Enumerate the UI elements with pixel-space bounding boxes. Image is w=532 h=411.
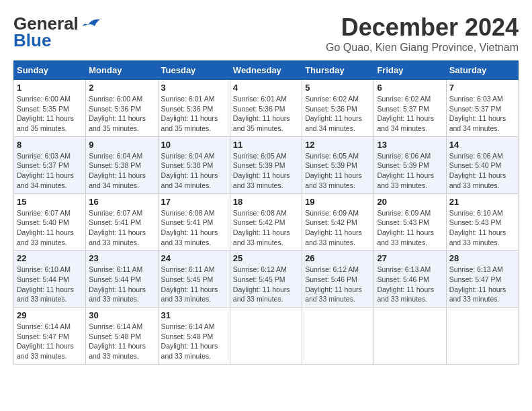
calendar-header-row: Sunday Monday Tuesday Wednesday Thursday… xyxy=(14,61,519,80)
day-info: Sunrise: 6:12 AMSunset: 5:46 PMDaylight:… xyxy=(305,265,371,304)
day-number: 1 xyxy=(17,83,83,93)
day-info: Sunrise: 6:09 AMSunset: 5:43 PMDaylight:… xyxy=(377,208,443,248)
day-info: Sunrise: 6:03 AMSunset: 5:37 PMDaylight:… xyxy=(449,94,515,134)
calendar-week-row: 29 Sunrise: 6:14 AMSunset: 5:47 PMDaylig… xyxy=(14,308,519,365)
day-info: Sunrise: 6:04 AMSunset: 5:38 PMDaylight:… xyxy=(161,151,227,191)
day-number: 11 xyxy=(233,140,299,150)
day-number: 5 xyxy=(305,83,371,93)
day-number: 12 xyxy=(305,140,371,150)
calendar-day-cell: 14 Sunrise: 6:06 AMSunset: 5:40 PMDaylig… xyxy=(446,136,518,193)
calendar-title: December 2024 xyxy=(326,13,519,42)
calendar-day-cell: 24 Sunrise: 6:11 AMSunset: 5:45 PMDaylig… xyxy=(158,250,230,308)
day-info: Sunrise: 6:11 AMSunset: 5:44 PMDaylight:… xyxy=(89,265,154,304)
empty-cell xyxy=(446,308,518,365)
day-info: Sunrise: 6:02 AMSunset: 5:36 PMDaylight:… xyxy=(305,94,371,134)
calendar-day-cell: 1 Sunrise: 6:00 AMSunset: 5:35 PMDayligh… xyxy=(14,80,86,137)
day-number: 13 xyxy=(377,140,443,150)
day-info: Sunrise: 6:05 AMSunset: 5:39 PMDaylight:… xyxy=(233,151,299,191)
calendar-day-cell: 3 Sunrise: 6:01 AMSunset: 5:36 PMDayligh… xyxy=(158,80,230,137)
day-info: Sunrise: 6:05 AMSunset: 5:39 PMDaylight:… xyxy=(305,151,371,191)
day-number: 28 xyxy=(449,253,515,263)
day-number: 4 xyxy=(233,83,299,93)
day-info: Sunrise: 6:08 AMSunset: 5:42 PMDaylight:… xyxy=(233,208,299,248)
day-number: 27 xyxy=(377,253,443,263)
day-number: 14 xyxy=(449,140,515,150)
logo: General Blue xyxy=(13,13,103,51)
day-info: Sunrise: 6:09 AMSunset: 5:42 PMDaylight:… xyxy=(305,208,371,248)
day-number: 7 xyxy=(449,83,515,93)
day-info: Sunrise: 6:03 AMSunset: 5:37 PMDaylight:… xyxy=(17,151,83,191)
calendar-day-cell: 27 Sunrise: 6:13 AMSunset: 5:46 PMDaylig… xyxy=(374,250,446,308)
day-info: Sunrise: 6:06 AMSunset: 5:39 PMDaylight:… xyxy=(377,151,443,191)
day-number: 10 xyxy=(161,140,227,150)
calendar-week-row: 22 Sunrise: 6:10 AMSunset: 5:44 PMDaylig… xyxy=(14,250,519,308)
calendar-week-row: 8 Sunrise: 6:03 AMSunset: 5:37 PMDayligh… xyxy=(14,136,519,193)
empty-cell xyxy=(374,308,446,365)
day-number: 23 xyxy=(89,253,154,263)
day-number: 9 xyxy=(89,140,154,150)
day-number: 6 xyxy=(377,83,443,93)
header: General Blue December 2024 Go Quao, Kien… xyxy=(13,13,519,54)
day-number: 31 xyxy=(161,310,227,320)
day-info: Sunrise: 6:07 AMSunset: 5:41 PMDaylight:… xyxy=(89,208,154,248)
calendar-day-cell: 13 Sunrise: 6:06 AMSunset: 5:39 PMDaylig… xyxy=(374,136,446,193)
day-info: Sunrise: 6:04 AMSunset: 5:38 PMDaylight:… xyxy=(89,151,154,191)
calendar-subtitle: Go Quao, Kien Giang Province, Vietnam xyxy=(326,42,519,54)
calendar-day-cell: 23 Sunrise: 6:11 AMSunset: 5:44 PMDaylig… xyxy=(86,250,158,308)
day-info: Sunrise: 6:01 AMSunset: 5:36 PMDaylight:… xyxy=(161,94,227,134)
calendar-week-row: 1 Sunrise: 6:00 AMSunset: 5:35 PMDayligh… xyxy=(14,80,519,137)
col-tuesday: Tuesday xyxy=(158,61,230,80)
calendar-day-cell: 10 Sunrise: 6:04 AMSunset: 5:38 PMDaylig… xyxy=(158,136,230,193)
calendar-table: Sunday Monday Tuesday Wednesday Thursday… xyxy=(13,60,519,365)
day-info: Sunrise: 6:14 AMSunset: 5:47 PMDaylight:… xyxy=(17,322,83,361)
calendar-day-cell: 18 Sunrise: 6:08 AMSunset: 5:42 PMDaylig… xyxy=(230,193,302,250)
day-info: Sunrise: 6:10 AMSunset: 5:43 PMDaylight:… xyxy=(449,208,515,248)
day-info: Sunrise: 6:06 AMSunset: 5:40 PMDaylight:… xyxy=(449,151,515,191)
calendar-day-cell: 26 Sunrise: 6:12 AMSunset: 5:46 PMDaylig… xyxy=(302,250,374,308)
empty-cell xyxy=(302,308,374,365)
calendar-day-cell: 8 Sunrise: 6:03 AMSunset: 5:37 PMDayligh… xyxy=(14,136,86,193)
day-info: Sunrise: 6:01 AMSunset: 5:36 PMDaylight:… xyxy=(233,94,299,134)
day-number: 19 xyxy=(305,197,371,207)
col-wednesday: Wednesday xyxy=(230,61,302,80)
day-number: 2 xyxy=(89,83,154,93)
day-info: Sunrise: 6:00 AMSunset: 5:35 PMDaylight:… xyxy=(17,94,83,134)
day-info: Sunrise: 6:08 AMSunset: 5:41 PMDaylight:… xyxy=(161,208,227,248)
logo-bird-icon xyxy=(81,17,103,32)
day-number: 24 xyxy=(161,253,227,263)
day-info: Sunrise: 6:10 AMSunset: 5:44 PMDaylight:… xyxy=(17,265,83,304)
day-info: Sunrise: 6:11 AMSunset: 5:45 PMDaylight:… xyxy=(161,265,227,304)
day-info: Sunrise: 6:00 AMSunset: 5:36 PMDaylight:… xyxy=(89,94,154,134)
calendar-day-cell: 20 Sunrise: 6:09 AMSunset: 5:43 PMDaylig… xyxy=(374,193,446,250)
calendar-day-cell: 29 Sunrise: 6:14 AMSunset: 5:47 PMDaylig… xyxy=(14,308,86,365)
calendar-day-cell: 22 Sunrise: 6:10 AMSunset: 5:44 PMDaylig… xyxy=(14,250,86,308)
calendar-day-cell: 6 Sunrise: 6:02 AMSunset: 5:37 PMDayligh… xyxy=(374,80,446,137)
calendar-day-cell: 7 Sunrise: 6:03 AMSunset: 5:37 PMDayligh… xyxy=(446,80,518,137)
calendar-day-cell: 5 Sunrise: 6:02 AMSunset: 5:36 PMDayligh… xyxy=(302,80,374,137)
calendar-day-cell: 2 Sunrise: 6:00 AMSunset: 5:36 PMDayligh… xyxy=(86,80,158,137)
calendar-day-cell: 12 Sunrise: 6:05 AMSunset: 5:39 PMDaylig… xyxy=(302,136,374,193)
day-info: Sunrise: 6:14 AMSunset: 5:48 PMDaylight:… xyxy=(161,322,227,361)
col-friday: Friday xyxy=(374,61,446,80)
calendar-day-cell: 28 Sunrise: 6:13 AMSunset: 5:47 PMDaylig… xyxy=(446,250,518,308)
col-monday: Monday xyxy=(86,61,158,80)
calendar-day-cell: 30 Sunrise: 6:14 AMSunset: 5:48 PMDaylig… xyxy=(86,308,158,365)
day-number: 3 xyxy=(161,83,227,93)
calendar-day-cell: 21 Sunrise: 6:10 AMSunset: 5:43 PMDaylig… xyxy=(446,193,518,250)
calendar-day-cell: 25 Sunrise: 6:12 AMSunset: 5:45 PMDaylig… xyxy=(230,250,302,308)
calendar-week-row: 15 Sunrise: 6:07 AMSunset: 5:40 PMDaylig… xyxy=(14,193,519,250)
calendar-day-cell: 16 Sunrise: 6:07 AMSunset: 5:41 PMDaylig… xyxy=(86,193,158,250)
day-info: Sunrise: 6:13 AMSunset: 5:47 PMDaylight:… xyxy=(449,265,515,304)
day-number: 8 xyxy=(17,140,83,150)
calendar-day-cell: 17 Sunrise: 6:08 AMSunset: 5:41 PMDaylig… xyxy=(158,193,230,250)
calendar-day-cell: 9 Sunrise: 6:04 AMSunset: 5:38 PMDayligh… xyxy=(86,136,158,193)
day-number: 15 xyxy=(17,197,83,207)
empty-cell xyxy=(230,308,302,365)
day-info: Sunrise: 6:12 AMSunset: 5:45 PMDaylight:… xyxy=(233,265,299,304)
day-number: 25 xyxy=(233,253,299,263)
day-info: Sunrise: 6:13 AMSunset: 5:46 PMDaylight:… xyxy=(377,265,443,304)
calendar-day-cell: 4 Sunrise: 6:01 AMSunset: 5:36 PMDayligh… xyxy=(230,80,302,137)
calendar-day-cell: 15 Sunrise: 6:07 AMSunset: 5:40 PMDaylig… xyxy=(14,193,86,250)
title-area: December 2024 Go Quao, Kien Giang Provin… xyxy=(326,13,519,54)
day-number: 20 xyxy=(377,197,443,207)
